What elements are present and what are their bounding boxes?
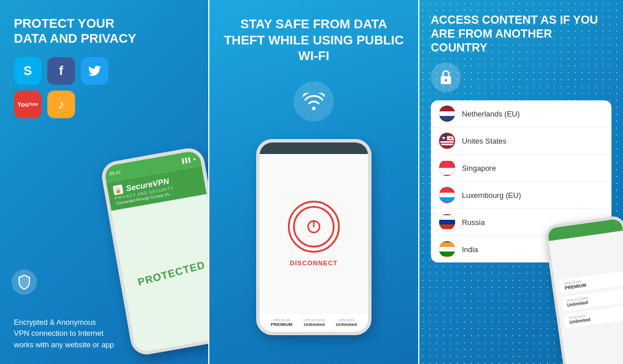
protected-label: PROTECTED (137, 259, 207, 288)
facebook-icon[interactable]: f (47, 57, 75, 85)
phone2-status-bar (260, 142, 368, 154)
phone-protected-screen: PROTECTED (111, 194, 208, 353)
panel-protect: PROTECT YOUR DATA AND PRIVACY S f YouTub… (0, 0, 208, 364)
power-button-inner[interactable] (293, 206, 335, 247)
panel1-bottom-text: Encrypted & Anonymous VPN connection to … (14, 317, 114, 351)
panel2-headline: STAY SAFE FROM DATA THEFT WHILE USING PU… (223, 16, 404, 64)
phone-screen-2: DISCONNECT VPN Plan PREMIUM VPN Access U… (260, 142, 368, 332)
svg-rect-6 (440, 141, 454, 143)
country-item-netherlands[interactable]: Netherlands (EU) (431, 100, 611, 127)
country-name-india: India (462, 245, 478, 254)
panel1-headline: PROTECT YOUR DATA AND PRIVACY (14, 16, 141, 47)
svg-point-3 (445, 79, 447, 81)
flag-russia (439, 214, 455, 230)
youtube-icon[interactable]: YouTube (14, 91, 42, 118)
panel3-headline: ACCESS CONTENT AS IF YOU ARE FROM ANOTHE… (431, 13, 611, 54)
country-name-netherlands: Netherlands (EU) (462, 110, 520, 118)
country-item-us[interactable]: ★★★ Unites States (431, 127, 611, 155)
stat-vpn-access: VPN Access Unlimited (303, 318, 325, 327)
phone-body-3: VPN Plan PREMIUM VPN Access Unlimited VP… (544, 215, 623, 364)
phone-mockup-2: DISCONNECT VPN Plan PREMIUM VPN Access U… (245, 139, 383, 335)
disconnect-text[interactable]: DISCONNECT (290, 260, 338, 267)
social-icons-row: S f YouTube ♪ (14, 57, 112, 118)
svg-rect-8 (440, 144, 454, 145)
shield-badge (12, 269, 37, 295)
phone-body-1: 09:41 ▌▌▌ ● 🔒 SecureVPN PRIVACY AND SECU… (100, 146, 209, 357)
phone3-main: VPN Plan PREMIUM VPN Access Unlimited VP… (549, 231, 623, 364)
flag-netherlands (439, 106, 455, 122)
country-name-luxembourg: Luxembourg (EU) (462, 191, 521, 200)
twitter-icon[interactable] (81, 57, 108, 85)
stat-vpn-data: VPN Data Unlimited (336, 318, 356, 327)
lock-icon-circle (431, 62, 461, 92)
stat-vpn-plan: VPN Plan PREMIUM (271, 318, 292, 327)
country-item-singapore[interactable]: Singapore (431, 155, 611, 182)
country-name-us: Unites States (462, 137, 506, 145)
flag-singapore (439, 160, 455, 176)
phone2-main-screen: DISCONNECT (260, 154, 368, 314)
flag-india (439, 241, 455, 257)
phone2-stats: VPN Plan PREMIUM VPN Access Unlimited VP… (260, 314, 368, 332)
music-icon[interactable]: ♪ (47, 91, 75, 118)
power-button-outer (288, 201, 340, 253)
panel-countries: ACCESS CONTENT AS IF YOU ARE FROM ANOTHE… (419, 0, 623, 364)
phone-body-2: DISCONNECT VPN Plan PREMIUM VPN Access U… (256, 139, 371, 335)
flag-us: ★★★ (439, 133, 455, 149)
phone-mockup-1: 09:41 ▌▌▌ ● 🔒 SecureVPN PRIVACY AND SECU… (99, 156, 208, 364)
phone-screen-1: 09:41 ▌▌▌ ● 🔒 SecureVPN PRIVACY AND SECU… (104, 150, 209, 353)
phone-mockup-3: VPN Plan PREMIUM VPN Access Unlimited VP… (554, 220, 623, 364)
country-item-luxembourg[interactable]: Luxembourg (EU) (431, 182, 611, 209)
panel-wifi: STAY SAFE FROM DATA THEFT WHILE USING PU… (209, 0, 418, 364)
skype-icon[interactable]: S (14, 57, 42, 85)
country-name-singapore: Singapore (462, 164, 496, 172)
svg-text:★★★: ★★★ (441, 135, 453, 141)
phone-screen-3: VPN Plan PREMIUM VPN Access Unlimited VP… (547, 218, 623, 364)
flag-luxembourg (439, 187, 455, 203)
country-name-russia: Russia (462, 218, 485, 227)
wifi-icon-circle (294, 81, 334, 122)
